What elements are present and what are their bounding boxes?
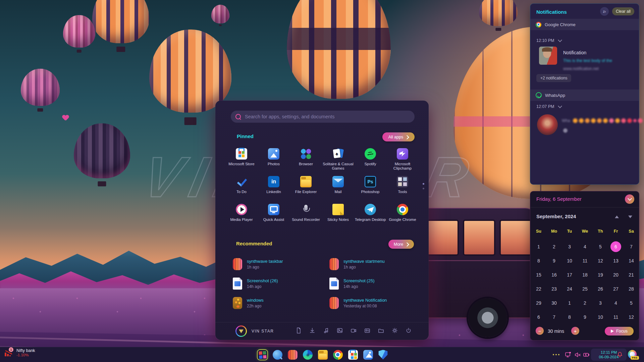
calendar-day[interactable]: 9 <box>577 310 593 324</box>
pictures-icon[interactable] <box>336 327 343 335</box>
timer-increase-button[interactable]: + <box>571 327 579 335</box>
search-input[interactable] <box>244 114 410 120</box>
user-name[interactable]: VIN STAR <box>252 329 274 334</box>
pinned-app-spotify[interactable]: Spotify <box>354 148 386 171</box>
contacts-icon[interactable] <box>364 327 371 335</box>
calendar-day[interactable]: 30 <box>546 296 562 310</box>
pinned-app-quick-assist[interactable]: Quick Assist <box>258 204 290 226</box>
calendar-day[interactable]: 20 <box>608 268 624 282</box>
calendar-day[interactable]: 5 <box>593 240 608 254</box>
notification-group-chrome[interactable]: Google Chrome <box>530 19 639 30</box>
taskbar-synthwave-app[interactable] <box>287 349 298 360</box>
more-button[interactable]: More <box>388 240 414 249</box>
calendar-day[interactable]: 4 <box>577 240 593 254</box>
recommended-item-synthwave-startmenu[interactable]: synthwave startmenu 1h ago <box>329 257 426 272</box>
pinned-app-sound-recorder[interactable]: Sound Recorder <box>290 204 322 226</box>
pinned-app-telegram-desktop[interactable]: Telegram Desktop <box>354 204 386 226</box>
taskbar-edge[interactable] <box>302 349 313 360</box>
calendar-day[interactable]: 1 <box>531 240 546 254</box>
power-icon[interactable] <box>405 327 412 335</box>
recommended-item-synthwave-taskbar[interactable]: synthwave taskbar 1h ago <box>233 257 329 272</box>
pinned-app-file-explorer[interactable]: File Explorer <box>290 176 322 198</box>
pinned-app-linkedin[interactable]: LinkedIn <box>258 176 290 198</box>
calendar-day[interactable]: 14 <box>624 254 639 268</box>
pinned-app-solitaire[interactable]: Solitaire & Casual Games <box>322 148 354 171</box>
taskbar-windows-security[interactable] <box>378 349 388 360</box>
pinned-app-to-do[interactable]: To Do <box>225 176 258 198</box>
taskbar-microsoft-store[interactable] <box>347 349 358 360</box>
notification-bell-icon[interactable] <box>616 351 623 359</box>
calendar-day[interactable]: 8 <box>531 254 546 268</box>
pinned-app-mail[interactable]: Mail <box>322 176 354 198</box>
calendar-day[interactable]: 18 <box>577 268 593 282</box>
notification-time[interactable]: 12:10 PM <box>536 38 561 43</box>
calendar-day[interactable]: 25 <box>577 282 593 296</box>
calendar-next-month-button[interactable] <box>628 216 632 218</box>
calendar-day[interactable]: 6 <box>531 310 546 324</box>
downloads-icon[interactable] <box>309 327 316 335</box>
pinned-app-media-player[interactable]: Media Player <box>225 204 258 226</box>
videos-icon[interactable] <box>350 327 357 335</box>
documents-icon[interactable] <box>295 327 302 335</box>
more-notifications-button[interactable]: +2 notifications <box>536 74 571 82</box>
pinned-app-browser[interactable]: Browser <box>290 148 322 171</box>
calendar-day[interactable]: 12 <box>624 310 639 324</box>
pinned-app-sticky-notes[interactable]: Sticky Notes <box>322 204 354 226</box>
calendar-day[interactable]: 5 <box>624 296 639 310</box>
focus-button[interactable]: Focus <box>605 327 634 336</box>
calendar-day[interactable]: 3 <box>593 296 608 310</box>
calendar-day[interactable]: 12 <box>593 254 608 268</box>
calendar-day[interactable]: 26 <box>593 282 608 296</box>
pinned-app-photos[interactable]: Photos <box>258 148 290 171</box>
calendar-day[interactable]: 19 <box>593 268 608 282</box>
calendar-day[interactable]: 1 <box>562 296 577 310</box>
calendar-day[interactable]: 10 <box>593 310 608 324</box>
taskbar-start-button[interactable] <box>257 349 268 360</box>
taskbar-google-chrome[interactable] <box>332 349 343 360</box>
tray-overflow-icon[interactable] <box>553 354 560 355</box>
calendar-day[interactable]: 21 <box>624 268 639 282</box>
notification-time[interactable]: 12:07 PM <box>536 104 561 109</box>
taskbar-photos[interactable] <box>363 349 373 360</box>
pinned-app-tools[interactable]: Tools <box>386 176 419 198</box>
calendar-day[interactable]: 11 <box>608 310 624 324</box>
calendar-day[interactable]: 8 <box>562 310 577 324</box>
calendar-day[interactable]: 27 <box>608 282 624 296</box>
volume-muted-icon[interactable] <box>574 351 581 360</box>
battery-charging-icon[interactable] <box>583 351 590 360</box>
calendar-day[interactable]: 13 <box>608 254 624 268</box>
taskbar-stock-widget[interactable]: 1 Nifty bank -1.10% <box>4 348 35 357</box>
calendar-day[interactable]: 29 <box>531 296 546 310</box>
recommended-item-windows[interactable]: windows 22h ago <box>233 296 329 310</box>
calendar-day[interactable]: 3 <box>562 240 577 254</box>
do-not-disturb-icon[interactable]: zz <box>600 7 609 16</box>
notification-group-whatsapp[interactable]: WhatsApp <box>530 89 639 101</box>
calendar-prev-month-button[interactable] <box>615 216 619 218</box>
user-avatar[interactable] <box>235 325 247 337</box>
display-icon[interactable] <box>565 351 572 360</box>
pinned-app-photoshop[interactable]: Photoshop <box>354 176 386 198</box>
taskbar-file-explorer[interactable] <box>317 349 328 360</box>
calendar-day[interactable]: 2 <box>546 240 562 254</box>
calendar-day[interactable]: 7 <box>624 240 639 254</box>
calendar-day[interactable]: 9 <box>546 254 562 268</box>
calendar-day[interactable]: 23 <box>546 282 562 296</box>
clear-all-button[interactable]: Clear all <box>612 7 634 15</box>
pinned-page-dots[interactable] <box>423 183 424 189</box>
recommended-item-synthwave-notification[interactable]: synthwave Notification Yesterday at 00:0… <box>329 296 426 310</box>
recommended-item-screenshot-25[interactable]: Screenshot (25) 14h ago <box>329 276 426 291</box>
pinned-app-microsoft-store[interactable]: Microsoft Store <box>225 148 258 171</box>
calendar-day[interactable]: 28 <box>624 282 639 296</box>
calendar-day[interactable]: 6 <box>608 240 624 254</box>
folder-icon[interactable] <box>378 327 384 335</box>
calendar-day[interactable]: 4 <box>608 296 624 310</box>
timer-decrease-button[interactable]: − <box>536 327 544 335</box>
calendar-day[interactable]: 7 <box>546 310 562 324</box>
calendar-collapse-button[interactable] <box>625 194 634 204</box>
music-icon[interactable] <box>323 327 329 335</box>
settings-icon[interactable] <box>391 327 398 335</box>
calendar-day[interactable]: 22 <box>531 282 546 296</box>
all-apps-button[interactable]: All apps <box>382 132 415 141</box>
pinned-app-google-chrome[interactable]: Google Chrome <box>386 204 419 226</box>
calendar-day[interactable]: 15 <box>531 268 546 282</box>
